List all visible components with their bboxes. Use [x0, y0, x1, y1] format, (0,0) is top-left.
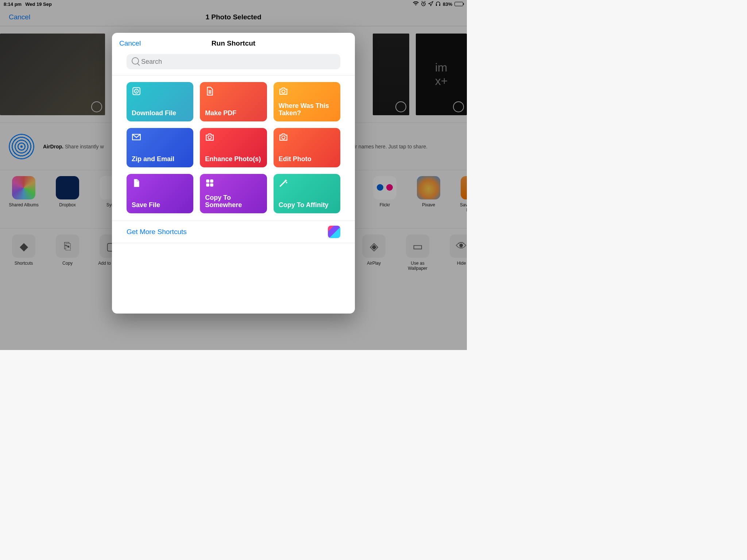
wifi-icon	[413, 1, 419, 7]
shortcut-label: Edit Photo	[279, 155, 335, 163]
disk-icon	[132, 86, 188, 96]
document-icon	[205, 86, 262, 96]
action-icon: ▭	[406, 234, 429, 258]
app-icon	[417, 176, 440, 199]
app-icon	[373, 176, 396, 199]
action-label: Hide	[457, 261, 466, 266]
shortcut-tile[interactable]: Where Was This Taken?	[274, 82, 340, 121]
camera-icon	[279, 86, 335, 96]
svg-rect-11	[210, 179, 213, 183]
grid-icon	[205, 178, 262, 188]
mail-icon	[132, 132, 188, 142]
shortcut-tile[interactable]: Enhance Photo(s)	[200, 128, 267, 167]
airdrop-icon	[9, 134, 34, 159]
action-label: Use as Wallpaper	[401, 261, 434, 271]
app-label: Flickr	[380, 202, 390, 207]
cancel-button[interactable]: Cancel	[0, 13, 30, 21]
shortcut-tile[interactable]: Make PDF	[200, 82, 267, 121]
share-action-item[interactable]: ▭Use as Wallpaper	[401, 234, 434, 287]
shortcut-label: Download File	[132, 109, 188, 117]
page-title: 1 Photo Selected	[205, 13, 261, 21]
modal-header: Cancel Run Shortcut	[112, 33, 355, 54]
shortcut-tile[interactable]: Copy To Somewhere	[200, 174, 267, 213]
svg-point-9	[282, 136, 285, 139]
selection-ring-icon	[453, 101, 464, 112]
run-shortcut-modal: Cancel Run Shortcut Download FileMake PD…	[112, 33, 355, 314]
status-date: Wed 19 Sep	[25, 1, 52, 7]
shortcut-label: Make PDF	[205, 109, 262, 117]
shortcut-tile[interactable]: Zip and Email	[127, 128, 193, 167]
search-icon	[132, 57, 139, 65]
headphones-icon	[436, 1, 441, 7]
app-icon	[12, 176, 35, 199]
share-app-item[interactable]: Save PDF to Books	[456, 176, 467, 228]
shortcut-grid: Download FileMake PDFWhere Was This Take…	[112, 75, 355, 221]
shortcut-tile[interactable]: Copy To Affinity	[274, 174, 340, 213]
app-label: Dropbox	[59, 202, 76, 207]
svg-point-8	[208, 136, 212, 139]
shortcut-tile[interactable]: Save File	[127, 174, 193, 213]
location-icon	[428, 1, 433, 7]
share-action-item[interactable]: ◈AirPlay	[357, 234, 390, 287]
shortcut-label: Save File	[132, 201, 188, 209]
app-label: Save PDF to Books	[456, 202, 467, 213]
share-action-item[interactable]: ◆Shortcuts	[7, 234, 40, 287]
app-label: Pixave	[422, 202, 435, 207]
selection-ring-icon	[91, 101, 102, 112]
file-icon	[132, 178, 188, 188]
share-app-item[interactable]: Shared Albums	[7, 176, 40, 228]
action-label: Copy	[62, 261, 73, 266]
selection-ring-icon	[395, 101, 406, 112]
shortcut-tile[interactable]: Edit Photo	[274, 128, 340, 167]
get-more-shortcuts-button[interactable]: Get More Shortcuts	[112, 221, 355, 243]
get-more-label: Get More Shortcuts	[127, 228, 187, 236]
share-action-item[interactable]: ⎘Copy	[51, 234, 84, 287]
photo-thumbnail[interactable]: im x+	[416, 34, 467, 115]
status-time: 8:14 pm	[4, 1, 22, 7]
share-app-item[interactable]: Flickr	[368, 176, 401, 228]
app-icon	[56, 176, 79, 199]
photo-thumbnail[interactable]	[0, 34, 105, 115]
search-input[interactable]	[127, 54, 340, 69]
action-icon: 👁	[450, 234, 467, 258]
svg-rect-1	[436, 4, 437, 6]
app-icon	[461, 176, 467, 199]
shortcut-label: Enhance Photo(s)	[205, 155, 262, 163]
shortcut-label: Zip and Email	[132, 155, 188, 163]
share-action-item[interactable]: 👁Hide	[445, 234, 467, 287]
shortcut-label: Copy To Somewhere	[205, 194, 262, 209]
alarm-icon	[421, 1, 426, 7]
photo-thumbnail[interactable]	[373, 34, 409, 115]
share-app-item[interactable]: Pixave	[412, 176, 445, 228]
modal-title: Run Shortcut	[212, 39, 255, 47]
status-bar: 8:14 pm Wed 19 Sep 83%	[0, 0, 467, 8]
svg-rect-13	[210, 183, 213, 187]
thumb-text: im x+	[435, 61, 448, 88]
shortcut-label: Copy To Affinity	[279, 201, 335, 209]
wand-icon	[279, 178, 335, 188]
svg-point-6	[282, 90, 285, 93]
camera-icon	[279, 132, 335, 142]
search-field-wrap	[112, 54, 355, 75]
modal-cancel-button[interactable]: Cancel	[119, 39, 141, 47]
action-icon: ◆	[12, 234, 35, 258]
camera-icon	[205, 132, 262, 142]
shortcut-tile[interactable]: Download File	[127, 82, 193, 121]
battery-icon	[454, 2, 463, 6]
svg-rect-12	[206, 183, 210, 187]
share-app-item[interactable]: Dropbox	[51, 176, 84, 228]
shortcut-label: Where Was This Taken?	[279, 102, 335, 117]
action-icon: ⎘	[56, 234, 79, 258]
app-label: Shared Albums	[9, 202, 38, 207]
battery-percent: 83%	[443, 1, 452, 7]
svg-point-5	[136, 90, 137, 92]
svg-rect-2	[439, 4, 440, 6]
shortcuts-app-icon	[328, 226, 340, 238]
svg-rect-10	[206, 179, 210, 183]
action-label: Shortcuts	[15, 261, 33, 266]
action-label: AirPlay	[367, 261, 381, 266]
action-icon: ◈	[362, 234, 386, 258]
share-sheet-header: Cancel 1 Photo Selected	[0, 8, 467, 26]
